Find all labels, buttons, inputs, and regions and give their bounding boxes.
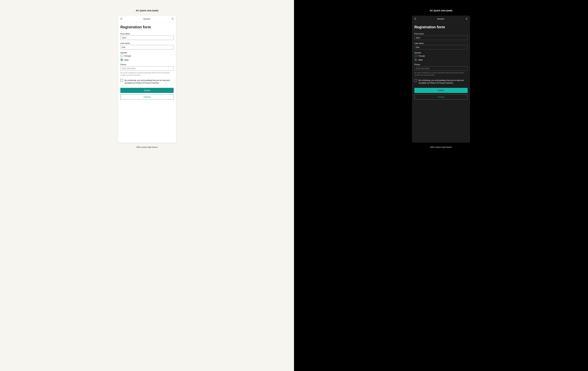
gender-male-radio[interactable]: Male (414, 59, 468, 61)
last-name-label: Last name (414, 42, 468, 44)
submit-button[interactable]: Submit (120, 88, 174, 93)
dark-theme-panel: AC Quick view (web) Booster Registration… (294, 0, 588, 371)
popout-icon[interactable] (120, 18, 123, 20)
gender-male-radio[interactable]: Male (120, 59, 174, 61)
consent-row: By continuing, you acknowledge that you'… (120, 79, 174, 84)
first-name-input[interactable] (120, 35, 174, 40)
first-name-field: First name (414, 33, 468, 40)
consent-checkbox[interactable] (414, 79, 417, 82)
first-name-label: First name (414, 33, 468, 35)
gender-radio-group: Female Male (120, 54, 174, 61)
gender-label: Gender (120, 52, 174, 54)
caption-light: With custom light theme (136, 146, 158, 148)
card-header: Booster (412, 16, 470, 22)
light-theme-panel: AC Quick view (web) Booster Registration… (0, 0, 294, 371)
phone-field: Phone An email containing a one-time pas… (120, 63, 174, 76)
submit-button[interactable]: Submit (414, 88, 468, 93)
gender-field: Gender Female Male (414, 52, 468, 61)
panel-title-dark: AC Quick view (web) (430, 9, 452, 12)
consent-label: By continuing, you acknowledge that you'… (419, 79, 468, 84)
gender-radio-group: Female Male (414, 54, 468, 61)
gender-female-label: Female (124, 55, 131, 57)
gender-male-label: Male (418, 59, 423, 61)
popout-icon[interactable] (414, 18, 417, 20)
gender-label: Gender (414, 52, 468, 54)
cancel-button[interactable]: Cancel (120, 94, 174, 100)
phone-input[interactable] (414, 66, 468, 71)
gender-field: Gender Female Male (120, 52, 174, 61)
phone-input[interactable] (120, 66, 174, 71)
first-name-input[interactable] (414, 35, 468, 40)
gender-male-label: Male (124, 59, 129, 61)
radio-icon (414, 54, 417, 57)
panel-title-light: AC Quick view (web) (136, 9, 158, 12)
first-name-label: First name (120, 33, 174, 35)
caption-dark: With custom dark theme (430, 146, 452, 148)
consent-checkbox[interactable] (120, 79, 123, 82)
svg-rect-0 (121, 18, 122, 20)
quick-view-card-light: Booster Registration form First name Las… (118, 16, 176, 143)
gender-female-label: Female (418, 55, 425, 57)
phone-help-text: An email containing a one-time passcode … (414, 72, 468, 76)
phone-label: Phone (414, 63, 468, 66)
phone-help-text: An email containing a one-time passcode … (120, 72, 174, 76)
card-header: Booster (118, 16, 176, 22)
form-title: Registration form (414, 25, 468, 29)
card-body: Registration form First name Last name G… (412, 22, 470, 104)
last-name-field: Last name (120, 42, 174, 50)
cancel-button[interactable]: Cancel (414, 94, 468, 100)
form-title: Registration form (120, 25, 174, 29)
phone-field: Phone An email containing a one-time pas… (414, 63, 468, 76)
last-name-label: Last name (120, 42, 174, 44)
first-name-field: First name (120, 33, 174, 40)
last-name-input[interactable] (414, 45, 468, 50)
last-name-input[interactable] (120, 45, 174, 50)
card-header-title: Booster (417, 18, 465, 20)
gender-female-radio[interactable]: Female (120, 54, 174, 57)
consent-label: By continuing, you acknowledge that you'… (125, 79, 174, 84)
svg-rect-1 (415, 18, 416, 20)
close-icon[interactable] (465, 17, 468, 20)
close-icon[interactable] (171, 17, 174, 20)
card-header-title: Booster (123, 18, 171, 20)
card-body: Registration form First name Last name G… (118, 22, 176, 104)
radio-icon (414, 59, 417, 61)
phone-label: Phone (120, 63, 174, 66)
radio-icon (120, 54, 123, 57)
last-name-field: Last name (414, 42, 468, 50)
gender-female-radio[interactable]: Female (414, 54, 468, 57)
consent-row: By continuing, you acknowledge that you'… (414, 79, 468, 84)
quick-view-card-dark: Booster Registration form First name Las… (412, 16, 470, 143)
radio-icon (120, 59, 123, 61)
